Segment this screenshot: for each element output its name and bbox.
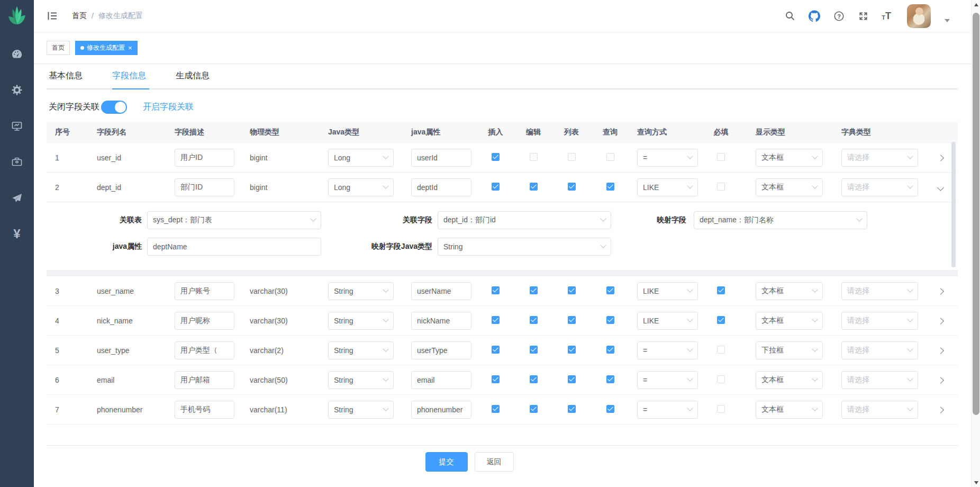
query-type-select[interactable]: = xyxy=(637,149,698,167)
expand-toggle-icon[interactable] xyxy=(937,318,944,324)
dict-type-select[interactable]: 请选择 xyxy=(841,149,918,167)
column-desc-input[interactable] xyxy=(175,401,234,419)
expand-toggle-icon[interactable] xyxy=(937,288,944,295)
dict-type-select[interactable]: 请选择 xyxy=(841,312,918,330)
help-icon[interactable]: ? xyxy=(833,10,845,22)
checkbox-query[interactable] xyxy=(606,405,614,413)
html-type-select[interactable]: 文本框 xyxy=(756,401,823,419)
expand-toggle-icon[interactable] xyxy=(937,155,944,161)
browser-scrollbar[interactable] xyxy=(971,0,980,487)
checkbox-edit[interactable] xyxy=(530,286,538,294)
expand-toggle-icon[interactable] xyxy=(937,407,944,413)
dict-type-select[interactable]: 请选择 xyxy=(841,341,918,359)
table-scrollbar-thumb[interactable] xyxy=(951,142,956,267)
expand-toggle-icon[interactable] xyxy=(937,184,944,191)
expand-toggle-icon[interactable] xyxy=(937,347,944,354)
sidebar-item-system[interactable] xyxy=(0,72,34,108)
column-desc-input[interactable] xyxy=(175,178,234,196)
html-type-select[interactable]: 文本框 xyxy=(756,312,823,330)
checkbox-list[interactable] xyxy=(568,286,576,294)
checkbox-list[interactable] xyxy=(568,316,576,324)
checkbox-insert[interactable] xyxy=(492,153,500,161)
tab-generate-info[interactable]: 生成信息 xyxy=(176,70,210,88)
dict-type-select[interactable]: 请选择 xyxy=(841,178,918,196)
checkbox-required[interactable] xyxy=(717,316,725,324)
app-logo[interactable] xyxy=(0,0,34,32)
tab-field-info[interactable]: 字段信息 xyxy=(112,70,146,88)
checkbox-list[interactable] xyxy=(568,153,576,161)
sidebar-item-pay[interactable]: ¥ xyxy=(0,216,34,252)
html-type-select[interactable]: 文本框 xyxy=(756,149,823,167)
checkbox-edit[interactable] xyxy=(530,316,538,324)
java-field-input[interactable] xyxy=(411,341,471,359)
checkbox-list[interactable] xyxy=(568,375,576,383)
java-type-select[interactable]: Long xyxy=(328,149,394,167)
sidebar-item-dashboard[interactable] xyxy=(0,36,34,72)
mapping-java-type-select[interactable]: String xyxy=(438,238,611,256)
dict-type-select[interactable]: 请选择 xyxy=(841,401,918,419)
sidebar-item-guide[interactable] xyxy=(0,180,34,216)
checkbox-insert[interactable] xyxy=(492,346,500,354)
java-type-select[interactable]: Long xyxy=(328,178,394,196)
relation-field-select[interactable]: dept_id：部门id xyxy=(438,211,611,229)
tab-basic-info[interactable]: 基本信息 xyxy=(49,70,83,88)
query-type-select[interactable]: = xyxy=(637,341,698,359)
checkbox-required[interactable] xyxy=(717,183,725,191)
checkbox-query[interactable] xyxy=(606,183,614,191)
checkbox-required[interactable] xyxy=(717,375,725,383)
java-type-select[interactable]: String xyxy=(328,401,394,419)
checkbox-required[interactable] xyxy=(717,286,725,294)
query-type-select[interactable]: = xyxy=(637,401,698,419)
checkbox-edit[interactable] xyxy=(530,346,538,354)
back-button[interactable]: 返回 xyxy=(475,452,514,472)
java-field-input[interactable] xyxy=(411,178,471,196)
user-avatar[interactable] xyxy=(907,4,931,28)
checkbox-query[interactable] xyxy=(606,375,614,383)
checkbox-edit[interactable] xyxy=(530,405,538,413)
java-type-select[interactable]: String xyxy=(328,371,394,389)
query-type-select[interactable]: LIKE xyxy=(637,282,698,300)
expand-toggle-icon[interactable] xyxy=(937,377,944,384)
avatar-caret-down-icon[interactable] xyxy=(945,19,950,22)
query-type-select[interactable]: = xyxy=(637,371,698,389)
tag-home[interactable]: 首页 xyxy=(47,41,70,55)
scrollbar-down-arrow[interactable] xyxy=(972,478,980,487)
checkbox-query[interactable] xyxy=(606,286,614,294)
dict-type-select[interactable]: 请选择 xyxy=(841,371,918,389)
checkbox-query[interactable] xyxy=(606,346,614,354)
scrollbar-up-arrow[interactable] xyxy=(972,0,980,9)
github-icon[interactable] xyxy=(809,10,820,22)
dict-type-select[interactable]: 请选择 xyxy=(841,282,918,300)
query-type-select[interactable]: LIKE xyxy=(637,178,698,196)
column-desc-input[interactable] xyxy=(175,312,234,330)
checkbox-list[interactable] xyxy=(568,346,576,354)
search-icon[interactable] xyxy=(784,10,796,22)
java-field-input[interactable] xyxy=(411,312,471,330)
checkbox-list[interactable] xyxy=(568,183,576,191)
checkbox-insert[interactable] xyxy=(492,375,500,383)
checkbox-edit[interactable] xyxy=(530,375,538,383)
java-field-input[interactable] xyxy=(411,282,471,300)
checkbox-required[interactable] xyxy=(717,153,725,161)
html-type-select[interactable]: 文本框 xyxy=(756,371,823,389)
java-field-input[interactable] xyxy=(411,149,471,167)
tag-close-icon[interactable]: × xyxy=(128,44,132,51)
column-desc-input[interactable] xyxy=(175,371,234,389)
checkbox-edit[interactable] xyxy=(530,153,538,161)
java-attr-input[interactable] xyxy=(147,238,321,256)
html-type-select[interactable]: 文本框 xyxy=(756,282,823,300)
checkbox-insert[interactable] xyxy=(492,316,500,324)
query-type-select[interactable]: LIKE xyxy=(637,312,698,330)
java-type-select[interactable]: String xyxy=(328,282,394,300)
checkbox-required[interactable] xyxy=(717,405,725,413)
checkbox-query[interactable] xyxy=(606,153,614,161)
fullscreen-icon[interactable] xyxy=(857,10,869,22)
java-type-select[interactable]: String xyxy=(328,312,394,330)
sidebar-item-tool[interactable] xyxy=(0,144,34,180)
html-type-select[interactable]: 下拉框 xyxy=(756,341,823,359)
breadcrumb-home[interactable]: 首页 xyxy=(72,11,87,21)
java-field-input[interactable] xyxy=(411,371,471,389)
sidebar-item-monitor[interactable] xyxy=(0,108,34,144)
checkbox-query[interactable] xyxy=(606,316,614,324)
java-type-select[interactable]: String xyxy=(328,341,394,359)
